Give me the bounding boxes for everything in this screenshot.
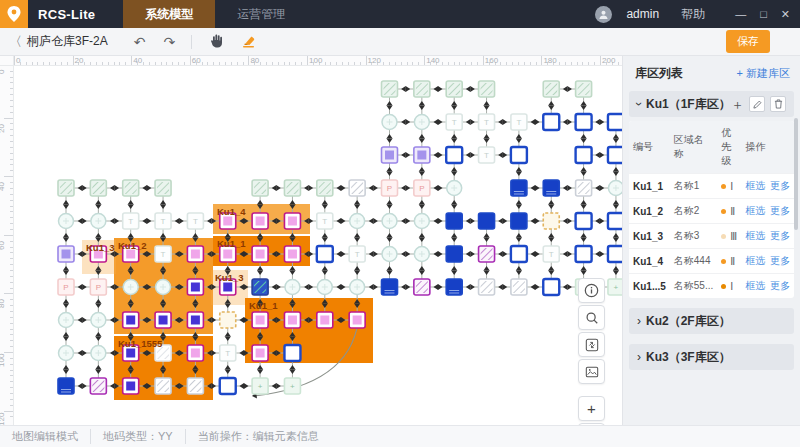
blue-outline-cell-node[interactable] xyxy=(608,246,622,262)
blue-striped-cell-node[interactable] xyxy=(511,180,527,196)
gray-hatched-cell-node[interactable] xyxy=(511,279,527,295)
blue-outline-cell-node[interactable] xyxy=(511,147,527,163)
green-plus-cell-node[interactable]: + xyxy=(252,378,268,394)
green-hatched-cell-node[interactable] xyxy=(317,180,333,196)
circle-cell-node[interactable] xyxy=(91,214,106,229)
close-button[interactable]: ✕ xyxy=(781,0,790,28)
section-ku3[interactable]: › Ku3（3F库区） xyxy=(629,344,794,370)
plain-cell-node[interactable]: T xyxy=(317,213,333,229)
minimize-button[interactable]: — xyxy=(735,0,746,28)
section-ku1[interactable]: › Ku1（1F库区） ＋ xyxy=(629,91,794,117)
circle-cell-node[interactable] xyxy=(350,214,365,229)
plain-cell-node[interactable]: T xyxy=(349,246,365,262)
green-hatched-cell-node[interactable] xyxy=(123,180,139,196)
blue-outline-cell-node[interactable] xyxy=(220,378,236,394)
user-avatar[interactable] xyxy=(595,6,612,23)
pink-p-cell-node[interactable]: P xyxy=(58,279,74,295)
purple-cell-node[interactable] xyxy=(58,246,74,262)
indigo-cell-node[interactable] xyxy=(187,312,203,328)
plain-cell-node[interactable]: T xyxy=(123,213,139,229)
circle-cell-node[interactable] xyxy=(350,280,365,295)
more-link[interactable]: 更多 xyxy=(770,255,790,266)
yellow-dashed-cell-node[interactable] xyxy=(543,213,559,229)
green-hatched-cell-node[interactable] xyxy=(284,180,300,196)
edit-zone-button[interactable] xyxy=(749,96,765,112)
yellow-dashed-cell-node[interactable] xyxy=(220,312,236,328)
circle-cell-node[interactable] xyxy=(608,181,622,196)
green-hatched-cell-node[interactable] xyxy=(382,81,398,97)
zoom-in-tool[interactable]: + xyxy=(578,396,605,421)
gray-hatched-cell-node[interactable] xyxy=(349,180,365,196)
pink-cell-node[interactable] xyxy=(284,213,300,229)
info-tool[interactable] xyxy=(578,278,605,303)
circle-cell-node[interactable] xyxy=(91,313,106,328)
circle-cell-node[interactable] xyxy=(382,247,397,262)
circle-cell-node[interactable] xyxy=(123,280,138,295)
circle-cell-node[interactable] xyxy=(447,181,462,196)
blue-outline-cell-node[interactable] xyxy=(576,213,592,229)
tab-system-model[interactable]: 系统模型 xyxy=(123,0,215,28)
blue-solid-cell-node[interactable] xyxy=(446,246,462,262)
circle-cell-node[interactable] xyxy=(285,280,300,295)
green-hatched-cell-node[interactable] xyxy=(479,81,495,97)
blue-outline-cell-node[interactable] xyxy=(317,246,333,262)
warehouse-map[interactable]: TTTTPPTTTTTTTPP++T++ Ku1_2Ku1_4Ku1_1Ku1_… xyxy=(14,66,622,425)
save-button[interactable]: 保存 xyxy=(726,30,770,53)
blue-outline-cell-node[interactable] xyxy=(543,114,559,130)
circle-cell-node[interactable] xyxy=(414,115,429,130)
circle-cell-node[interactable] xyxy=(91,346,106,361)
more-link[interactable]: 更多 xyxy=(770,180,790,191)
indigo-cell-node[interactable] xyxy=(123,378,139,394)
indigo-cell-node[interactable] xyxy=(155,312,171,328)
blue-outline-cell-node[interactable] xyxy=(511,246,527,262)
box-select-link[interactable]: 框选 xyxy=(745,280,765,291)
blue-striped-cell-node[interactable] xyxy=(382,279,398,295)
pink-cell-node[interactable] xyxy=(252,213,268,229)
circle-cell-node[interactable] xyxy=(156,280,171,295)
pink-p-cell-node[interactable]: P xyxy=(414,180,430,196)
blue-outline-cell-node[interactable] xyxy=(608,114,622,130)
circle-cell-node[interactable] xyxy=(382,214,397,229)
box-select-link[interactable]: 框选 xyxy=(745,180,765,191)
add-zone-button[interactable]: ＋ xyxy=(731,98,744,111)
gray-hatched-cell-node[interactable] xyxy=(576,180,592,196)
plain-cell-node[interactable]: T xyxy=(187,213,203,229)
purple-cell-node[interactable] xyxy=(414,147,430,163)
blue-solid-cell-node[interactable] xyxy=(479,213,495,229)
blue-outline-cell-node[interactable] xyxy=(608,147,622,163)
pink-cell-node[interactable] xyxy=(349,312,365,328)
blue-solid-cell-node[interactable] xyxy=(446,213,462,229)
plain-cell-node[interactable]: T xyxy=(511,114,527,130)
blue-striped-cell-node[interactable] xyxy=(543,180,559,196)
green-hatched-cell-node[interactable] xyxy=(155,180,171,196)
pink-p-cell-node[interactable]: P xyxy=(382,180,398,196)
indigo-cell-node[interactable] xyxy=(187,279,203,295)
circle-cell-node[interactable] xyxy=(382,115,397,130)
purple-cell-node[interactable] xyxy=(382,147,398,163)
fit-view-tool[interactable] xyxy=(578,332,605,357)
purple-hatched-cell-node[interactable] xyxy=(90,378,106,394)
plain-cell-node[interactable]: T xyxy=(155,213,171,229)
gray-hatched-cell-node[interactable] xyxy=(187,378,203,394)
help-link[interactable]: 帮助 xyxy=(681,6,705,23)
blue-outline-cell-node[interactable] xyxy=(576,114,592,130)
blue-striped-cell-node[interactable] xyxy=(58,378,74,394)
blue-outline-cell-node[interactable] xyxy=(543,279,559,295)
blue-outline-cell-node[interactable] xyxy=(576,246,592,262)
green-hatched-cell-node[interactable] xyxy=(58,180,74,196)
background-image-tool[interactable] xyxy=(578,359,605,384)
search-tool[interactable] xyxy=(578,305,605,330)
gray-hatched-cell-node[interactable] xyxy=(155,378,171,394)
new-zone-button[interactable]: + 新建库区 xyxy=(737,66,790,81)
tab-operations[interactable]: 运营管理 xyxy=(215,0,307,28)
green-hatched-cell-node[interactable] xyxy=(543,81,559,97)
blue-solid-cell-node[interactable] xyxy=(511,213,527,229)
more-link[interactable]: 更多 xyxy=(770,230,790,241)
delete-zone-button[interactable] xyxy=(770,96,786,112)
circle-cell-node[interactable] xyxy=(414,214,429,229)
more-link[interactable]: 更多 xyxy=(770,205,790,216)
indigo-cell-node[interactable] xyxy=(123,312,139,328)
eraser-tool[interactable] xyxy=(241,34,256,50)
pink-cell-node[interactable] xyxy=(284,312,300,328)
plain-cell-node[interactable]: T xyxy=(479,114,495,130)
